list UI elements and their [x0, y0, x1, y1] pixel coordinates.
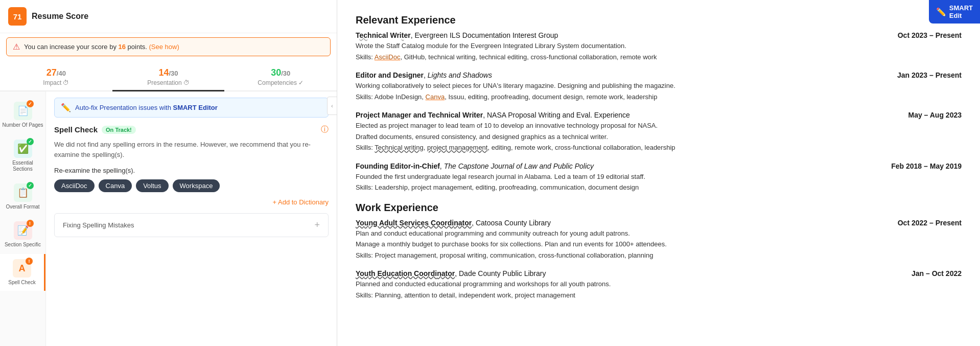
section-specific-text: Section Specific	[5, 242, 41, 248]
essential-sections-icon: ✅ ✓	[14, 140, 32, 158]
job-skills: Skills: Project management, proposal wri…	[356, 250, 962, 261]
job-dates: May – Aug 2023	[908, 111, 962, 119]
job-dates: Oct 2022 – Present	[898, 219, 962, 227]
resume-score-title: Resume Score	[32, 12, 88, 21]
presentation-score: 14/30	[114, 67, 223, 78]
sidebar-icons: 📄 ✓ Number Of Pages ✅ ✓ Essential Sectio…	[0, 91, 46, 346]
smart-edit-button[interactable]: ✏️ SMARTEdit	[929, 0, 980, 24]
overall-format-badge: ✓	[27, 182, 34, 189]
job-dates: Jan 2023 – Present	[897, 71, 962, 79]
job-title: Project Manager and Technical Writer, NA…	[356, 111, 630, 119]
spell-check-icon: A !	[13, 259, 31, 278]
sidebar-item-overall-format[interactable]: 📋 ✓ Overall Format	[0, 178, 45, 215]
impact-label: Impact ⏱	[2, 79, 110, 86]
job-desc: Elected as project manager to lead team …	[356, 121, 962, 131]
job-dates: Oct 2023 – Present	[898, 31, 962, 39]
autofix-text: Auto-fix Presentation issues with SMART …	[75, 104, 218, 111]
spell-check-title: Spell Check On Track!	[54, 125, 136, 134]
score-header: 71 Resume Score	[0, 0, 337, 33]
job-entry: Young Adult Services Coordinator, Catoos…	[356, 219, 962, 261]
sidebar-item-number-of-pages[interactable]: 📄 ✓ Number Of Pages	[0, 97, 45, 133]
job-title: Editor and Designer, Lights and Shadows	[356, 71, 492, 79]
job-title: Technical Writer, Evergreen ILS Document…	[356, 31, 558, 39]
on-track-badge: On Track!	[102, 126, 136, 134]
spell-check-badge: !	[26, 258, 33, 265]
alert-points: 16	[119, 43, 126, 51]
autofix-icon: ✏️	[61, 103, 71, 112]
section-specific-badge: !	[27, 220, 34, 227]
job-title-row: Young Adult Services Coordinator, Catoos…	[356, 219, 962, 227]
section-specific-icon: 📝 !	[14, 221, 32, 240]
spell-check-description: We did not find any spelling errors in t…	[54, 140, 329, 159]
sidebar-item-spell-check[interactable]: A ! Spell Check	[0, 254, 45, 291]
number-of-pages-badge: ✓	[27, 100, 34, 107]
job-skills: Skills: Adobe InDesign, Canva, Issuu, ed…	[356, 92, 962, 102]
reexamine-text: Re-examine the spelling(s).	[54, 167, 329, 174]
tab-presentation[interactable]: 14/30 Presentation ⏱	[112, 62, 225, 90]
tag-workspace[interactable]: Workspace	[173, 179, 220, 192]
job-entry: Technical Writer, Evergreen ILS Document…	[356, 31, 962, 62]
overall-format-label: Overall Format	[6, 204, 39, 210]
skill-canva: Canva	[426, 93, 445, 101]
left-panel: 71 Resume Score ⚠ You can increase your …	[0, 0, 337, 346]
competencies-score: 30/30	[226, 67, 335, 78]
job-desc: Drafted documents, ensured consistency, …	[356, 132, 962, 142]
add-to-dictionary-link[interactable]: + Add to Dictionary	[54, 198, 329, 206]
sidebar-item-section-specific[interactable]: 📝 ! Relevant Experience Section Specific	[0, 216, 45, 253]
job-skills: Skills: Planning, attention to detail, i…	[356, 290, 962, 301]
spell-check-header: Spell Check On Track! ⓘ	[54, 125, 329, 134]
job-desc: Plan and conduct educational programming…	[356, 228, 962, 239]
info-icon[interactable]: ⓘ	[321, 125, 329, 134]
see-how-link[interactable]: (See how)	[149, 43, 179, 51]
job-dates: Jan – Oct 2022	[912, 269, 962, 278]
job-title: Young Adult Services Coordinator, Catoos…	[356, 219, 551, 227]
job-title-row: Editor and Designer, Lights and Shadows …	[356, 71, 962, 79]
job-desc: Manage a monthly budget to purchase book…	[356, 239, 962, 249]
relevant-experience-title: Relevant Experience	[356, 14, 962, 26]
fixing-spelling-row[interactable]: Fixing Spelling Mistakes +	[54, 213, 329, 237]
skill-asciidoc: AsciiDoc	[375, 53, 401, 61]
job-title: Youth Education Coordinator, Dade County…	[356, 269, 546, 278]
number-of-pages-icon: 📄 ✓	[14, 102, 32, 120]
job-title-row: Founding Editor-in-Chief, The Capstone J…	[356, 162, 962, 170]
autofix-banner[interactable]: ✏️ Auto-fix Presentation issues with SMA…	[54, 98, 329, 118]
skill-project-management: project management	[427, 144, 488, 151]
tab-competencies[interactable]: 30/30 Competencies ✓	[224, 62, 337, 90]
resume-score-badge: 71	[8, 7, 27, 26]
job-dates: Feb 2018 – May 2019	[891, 162, 962, 170]
competencies-label: Competencies ✓	[226, 79, 335, 86]
number-of-pages-label: Number Of Pages	[2, 122, 43, 128]
tag-asciidoc[interactable]: AsciiDoc	[54, 179, 95, 192]
job-title-row: Technical Writer, Evergreen ILS Document…	[356, 31, 962, 39]
score-tabs: 27/40 Impact ⏱ 14/30 Presentation ⏱ 30/3…	[0, 62, 337, 91]
spell-check-tags: AsciiDoc Canva Voltus Workspace	[54, 179, 329, 192]
fixing-spelling-label: Fixing Spelling Mistakes	[63, 221, 134, 229]
job-desc: Working collaboratively to select pieces…	[356, 81, 962, 91]
left-content: 📄 ✓ Number Of Pages ✅ ✓ Essential Sectio…	[0, 91, 337, 346]
job-desc: Planned and conducted educational progra…	[356, 279, 962, 289]
smart-edit-icon: ✏️	[936, 7, 946, 17]
job-entry: Founding Editor-in-Chief, The Capstone J…	[356, 162, 962, 193]
overall-format-icon: 📋 ✓	[14, 183, 32, 202]
job-title-row: Project Manager and Technical Writer, NA…	[356, 111, 962, 119]
job-skills: Skills: AsciiDoc, GitHub, technical writ…	[356, 52, 962, 62]
score-alert: ⚠ You can increase your score by 16 poin…	[6, 37, 331, 56]
work-experience-title: Work Experience	[356, 202, 962, 214]
job-skills: Skills: Technical writing, project manag…	[356, 143, 962, 153]
tag-voltus[interactable]: Voltus	[136, 179, 168, 192]
alert-icon: ⚠	[13, 42, 20, 52]
sidebar-item-essential-sections[interactable]: ✅ ✓ Essential Sections	[0, 134, 45, 177]
job-entry: Project Manager and Technical Writer, NA…	[356, 111, 962, 153]
tag-canva[interactable]: Canva	[99, 179, 132, 192]
job-title: Founding Editor-in-Chief, The Capstone J…	[356, 162, 594, 170]
essential-sections-label: Essential Sections	[2, 160, 43, 172]
resume-panel: ✏️ SMARTEdit Relevant Experience Technic…	[337, 0, 980, 346]
spell-check-label: Spell Check	[8, 280, 35, 286]
alert-text: You can increase your score by 16 points…	[24, 43, 179, 51]
right-content-panel: ‹ ✏️ Auto-fix Presentation issues with S…	[46, 91, 337, 346]
job-title-row: Youth Education Coordinator, Dade County…	[356, 269, 962, 278]
essential-sections-badge: ✓	[27, 138, 34, 145]
collapse-button[interactable]: ‹	[327, 97, 337, 115]
job-desc: Founded the first undergraduate legal re…	[356, 172, 962, 182]
tab-impact[interactable]: 27/40 Impact ⏱	[0, 62, 112, 90]
